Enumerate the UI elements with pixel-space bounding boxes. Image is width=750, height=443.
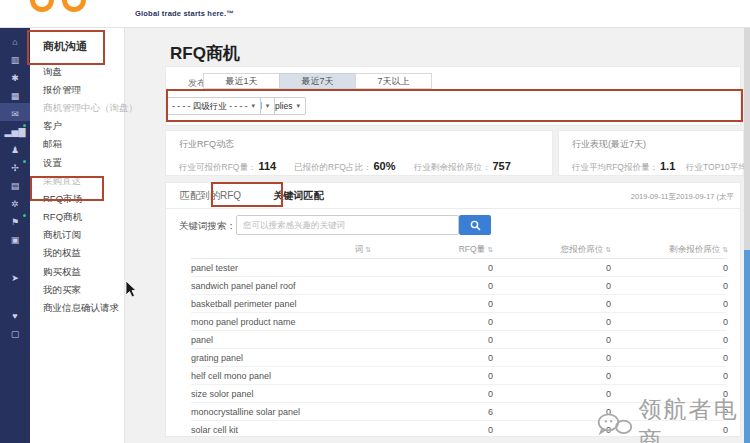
sidebar-menu-item[interactable]: 客户 <box>30 118 124 136</box>
keyword-search-input[interactable] <box>236 215 459 235</box>
tab[interactable]: 关键词匹配 <box>260 183 338 209</box>
top-bar: Global trade starts here.™ <box>0 0 750 28</box>
search-button[interactable] <box>459 215 491 235</box>
home-icon: ⌂ <box>12 37 17 47</box>
favorites-icon: ♥ <box>12 311 17 321</box>
industry-rfq-stats-card: 行业RFQ动态 行业可报价RFQ量：114 已报价的RFQ占比：60% 行业剩余… <box>165 130 553 176</box>
table-row[interactable]: helf cell mono panel 0 0 0 <box>191 367 726 385</box>
sidebar-menu: 商机沟通 询盘 报价管理 商机管理中心（询盘） 客户 邮箱 设置 采购直达 RF… <box>30 28 125 443</box>
rfq-count-cell: 0 <box>371 263 493 273</box>
analytics-icon: ▂▅▇ <box>5 127 26 137</box>
keyword-cell: panel <box>191 335 371 345</box>
table-column-header[interactable]: 剩余报价席位⇅ <box>611 244 728 256</box>
mouse-cursor <box>125 280 137 302</box>
tab[interactable]: 匹配到的RFQ <box>166 183 255 209</box>
workbench-icon: ▢ <box>11 329 20 339</box>
your-seats-cell: 0 <box>493 317 611 327</box>
sidebar-menu-item[interactable]: 询盘 <box>30 63 124 81</box>
table-row[interactable]: basketball perimeter panel 0 0 0 <box>191 295 726 313</box>
industry-selects: Electrical Equipment & Supplies ▾ Solar … <box>166 67 740 125</box>
rfq-count-cell: 0 <box>371 281 493 291</box>
rfq-count-cell: 0 <box>371 299 493 309</box>
table-row[interactable]: panel tester 0 0 0 <box>191 259 726 277</box>
table-row[interactable]: sandwich panel panel roof 0 0 0 <box>191 277 726 295</box>
table-column-header[interactable]: 词⇅ <box>191 244 371 256</box>
remaining-seats-cell: 0 <box>611 317 728 327</box>
sidebar-menu-item[interactable]: RFQ商机 <box>30 209 124 227</box>
your-seats-cell: 0 <box>493 389 611 399</box>
notification-dot <box>23 160 26 163</box>
sidebar-menu-item[interactable]: 设置 <box>30 154 124 172</box>
sidebar-menu-item[interactable]: RFQ市场 <box>30 190 124 208</box>
window-edge <box>744 28 750 250</box>
rfq-count-cell: 6 <box>371 407 493 417</box>
your-seats-cell: 0 <box>493 335 611 345</box>
window-edge-scrollbar[interactable] <box>744 250 750 443</box>
table-column-header[interactable]: RFQ量⇅ <box>371 244 493 256</box>
remaining-seats-cell: 0 <box>611 335 728 345</box>
network-icon: ✢ <box>11 163 19 173</box>
date-range: 2019-09-11至2019-09-17 (太平 <box>631 192 734 202</box>
table-header-row: 词⇅ RFQ量⇅ 您报价席位⇅ 剩余报价席位⇅ <box>191 241 726 259</box>
rfq-count-cell: 0 <box>371 389 493 399</box>
keyword-cell: grating panel <box>191 353 371 363</box>
table-row[interactable]: grating panel 0 0 0 <box>191 349 726 367</box>
your-seats-cell: 0 <box>493 263 611 273</box>
alibaba-logo[interactable] <box>28 0 128 28</box>
messages-icon: ✉ <box>11 109 19 119</box>
contacts-icon: ♟ <box>11 145 19 155</box>
sidebar-menu-item[interactable]: 报价管理 <box>30 81 124 99</box>
briefcase-icon: ▣ <box>11 235 20 245</box>
sidebar-menu-item[interactable]: 商机订阅 <box>30 227 124 245</box>
sidebar-menu-item[interactable]: 商业信息确认请求 <box>30 299 124 317</box>
logo-swoosh-icon <box>62 0 86 12</box>
stat-item: 行业平均RFQ报价量：1.1 <box>572 156 675 174</box>
sidebar-menu-header[interactable]: 商机沟通 <box>43 39 124 54</box>
your-seats-cell: 0 <box>493 299 611 309</box>
sidebar-menu-item[interactable]: 邮箱 <box>30 136 124 154</box>
chevron-down-icon: ▾ <box>252 98 256 114</box>
table-row[interactable]: panel 0 0 0 <box>191 331 726 349</box>
orders-icon: ▥ <box>11 55 20 65</box>
stat-item: 行业TOP10平均RFQ <box>686 156 750 174</box>
keyword-cell: solar cell kit <box>191 425 371 435</box>
keyword-cell: sandwich panel panel roof <box>191 281 371 291</box>
stat-item: 行业可报价RFQ量：114 <box>179 156 276 174</box>
sidebar-menu-item[interactable]: 购买权益 <box>30 263 124 281</box>
keyword-cell: basketball perimeter panel <box>191 299 371 309</box>
industry-select[interactable]: - - - - 四级行业 - - - - ▾ <box>166 97 261 115</box>
notification-dot <box>23 124 26 127</box>
keyword-cell: monocrystalline solar panel <box>191 407 371 417</box>
remaining-seats-cell: 0 <box>611 281 728 291</box>
sidebar-menu-item[interactable]: 我的权益 <box>30 245 124 263</box>
remaining-seats-cell: 0 <box>611 299 728 309</box>
alerts-icon: ⚑ <box>11 217 19 227</box>
gear-icon: ✲ <box>11 199 19 209</box>
keyword-search-label: 关键词搜索： <box>179 220 236 233</box>
sidebar-menu-item[interactable]: 我的买家 <box>30 281 124 299</box>
icon-rail: ⌂ ▥ ✱ ▦ ✉ ▂▅▇ <box>0 28 30 443</box>
brand-slogan: Global trade starts here.™ <box>135 9 234 18</box>
apps-grid-icon: ▦ <box>11 91 20 101</box>
search-icon <box>470 220 481 231</box>
stat-item: 行业剩余报价席位：757 <box>414 156 511 174</box>
page-title: RFQ商机 <box>170 42 240 65</box>
your-seats-cell: 0 <box>493 407 611 417</box>
your-seats-cell: 0 <box>493 425 611 435</box>
sidebar-menu-item[interactable]: 采购直达 <box>30 172 124 190</box>
keyword-cell: panel tester <box>191 263 371 273</box>
logo-swoosh-icon <box>30 0 54 12</box>
remaining-seats-cell: 0 <box>611 371 728 381</box>
notification-dot <box>23 214 26 217</box>
sidebar-menu-item[interactable]: 商机管理中心（询盘） <box>30 99 124 117</box>
stats-card-title: 行业表现(最近7天) <box>572 138 646 151</box>
table-column-header[interactable]: 您报价席位⇅ <box>493 244 611 256</box>
send-icon: ➤ <box>11 273 19 283</box>
rfq-count-cell: 0 <box>371 335 493 345</box>
documents-icon: ▤ <box>11 181 20 191</box>
table-row[interactable]: mono panel product name 0 0 0 <box>191 313 726 331</box>
tab-bar: 匹配到的RFQ 关键词匹配 2019-09-11至2019-09-17 (太平 <box>166 183 740 209</box>
your-seats-cell: 0 <box>493 353 611 363</box>
screen: Global trade starts here.™ ⌂ ▥ ✱ ▦ <box>0 0 750 443</box>
your-seats-cell: 0 <box>493 281 611 291</box>
